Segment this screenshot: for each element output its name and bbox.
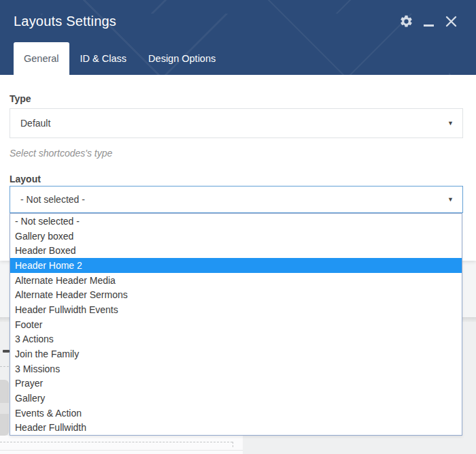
tab-id-class-label: ID & Class <box>80 53 127 64</box>
editor-canvas-panel <box>0 436 243 454</box>
dropdown-option[interactable]: Header Fullwidth <box>10 420 462 435</box>
modal-title: Layouts Settings <box>14 14 116 29</box>
dropdown-option[interactable]: Join the Family <box>10 346 462 361</box>
dropdown-option[interactable]: 3 Missions <box>10 361 462 376</box>
canvas-divider-line <box>0 450 243 451</box>
row-toggle-dash-icon <box>3 350 10 353</box>
dropdown-option[interactable]: Header Fullwidth Events <box>10 302 462 317</box>
plus-icon <box>0 403 9 414</box>
chevron-down-icon: ▼ <box>447 120 454 127</box>
tab-design-options-label: Design Options <box>148 53 216 64</box>
type-select-value: Default <box>20 118 50 129</box>
dropdown-option[interactable]: Alternate Header Media <box>10 273 462 288</box>
close-icon[interactable] <box>443 12 458 30</box>
dropdown-option[interactable]: - Not selected - <box>10 214 462 229</box>
titlebar-icons <box>398 12 458 30</box>
tab-bar: General ID & Class Design Options <box>0 42 476 75</box>
dropdown-option[interactable]: Alternate Header Sermons <box>10 287 462 302</box>
dropdown-option[interactable]: Gallery <box>10 391 462 406</box>
type-label: Type <box>10 93 463 104</box>
dropdown-option[interactable]: Prayer <box>10 376 462 391</box>
screen: Layouts Settings <box>0 0 476 454</box>
modal-header: Layouts Settings <box>0 0 476 75</box>
layout-dropdown-list: - Not selected - Gallery boxed Header Bo… <box>10 213 462 436</box>
titlebar: Layouts Settings <box>0 0 476 42</box>
chevron-down-icon: ▼ <box>447 196 454 203</box>
dropdown-option[interactable]: Header Boxed <box>10 243 462 258</box>
empty-element-dashed-border <box>0 442 233 442</box>
tab-general-label: General <box>24 53 59 64</box>
dropdown-option[interactable]: Events & Action <box>10 406 462 421</box>
tab-general[interactable]: General <box>14 42 69 75</box>
tab-design-options[interactable]: Design Options <box>137 42 226 75</box>
minimize-icon[interactable] <box>421 12 436 30</box>
dropdown-option[interactable]: Footer <box>10 317 462 332</box>
dropdown-option-selected[interactable]: Header Home 2 <box>10 258 462 273</box>
dropdown-option[interactable]: Gallery boxed <box>10 229 462 244</box>
empty-element-dashed-corner <box>233 442 233 447</box>
layout-select-value: - Not selected - <box>20 194 85 205</box>
type-select[interactable]: Default ▼ <box>10 108 463 138</box>
gear-icon[interactable] <box>398 12 413 30</box>
modal-body: Type Default ▼ Select shortcodes's type … <box>0 75 476 213</box>
tab-id-class[interactable]: ID & Class <box>69 42 138 75</box>
layout-label: Layout <box>10 174 463 184</box>
layout-select[interactable]: - Not selected - ▼ <box>10 186 463 213</box>
type-help-text: Select shortcodes's type <box>10 148 463 159</box>
dropdown-option[interactable]: 3 Actions <box>10 331 462 346</box>
